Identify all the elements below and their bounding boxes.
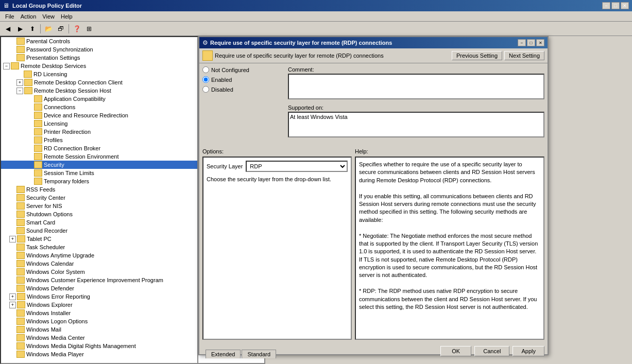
menu-action[interactable]: Action [18,13,40,20]
folder-icon [16,351,25,358]
toolbar-separator-1 [40,24,41,33]
right-area: Security Require use of specific securit… [198,36,632,364]
show-hide-button[interactable]: 📂 [43,23,54,34]
dialog-title-bar: ⚙ Require use of specific security layer… [199,37,548,48]
tree-item-smart-card[interactable]: Smart Card [1,218,197,227]
menu-view[interactable]: View [39,13,58,20]
tree-label: Windows Media Center [26,335,85,341]
tree-item-windows-error-reporting[interactable]: + Windows Error Reporting [1,292,197,301]
tree-item-presentation[interactable]: Presentation Settings [1,54,197,62]
tree-item-security-center[interactable]: Security Center [1,194,197,202]
expand-icon[interactable]: + [9,236,16,242]
filter-button[interactable]: ⊞ [83,23,95,34]
maximize-button[interactable]: □ [611,2,620,9]
tab-extended[interactable]: Extended [206,350,241,358]
cancel-button[interactable]: Cancel [474,346,509,356]
help-paragraph-4: * RDP: The RDP method uses native RDP en… [359,287,540,311]
menu-file[interactable]: File [2,13,18,20]
previous-setting-button[interactable]: Previous Setting [452,51,502,60]
tree-panel[interactable]: Parental Controls Password Synchronizati… [0,36,198,364]
close-button[interactable]: ✕ [621,2,629,9]
tree-label: Security [44,162,64,168]
comment-textarea[interactable] [288,74,544,99]
new-window-button[interactable]: 🗗 [55,23,66,34]
tree-item-rss-feeds[interactable]: RSS Feeds [1,185,197,194]
dialog-close-button[interactable]: ✕ [536,39,544,46]
tree-item-app-compat[interactable]: Application Compatibility [1,95,197,103]
tree-item-windows-customer-exp[interactable]: Windows Customer Experience Improvement … [1,276,197,284]
security-layer-select[interactable]: RDP Negotiate SSL (TLS 1.0) [246,161,348,172]
tree-item-windows-defender[interactable]: Windows Defender [1,284,197,292]
tree-item-device-redirection[interactable]: Device and Resource Redirection [1,111,197,119]
help-label: Help: [355,148,544,154]
minimize-button[interactable]: − [602,2,610,9]
tree-item-windows-logon-options[interactable]: Windows Logon Options [1,317,197,325]
expand-icon[interactable]: + [16,79,23,86]
up-button[interactable]: ⬆ [27,23,38,34]
radio-disabled-input[interactable] [202,86,209,93]
tree-item-windows-mail[interactable]: Windows Mail [1,325,197,334]
tree-item-tablet-pc[interactable]: + Tablet PC [1,235,197,243]
tree-item-windows-anytime[interactable]: Windows Anytime Upgrade [1,251,197,259]
tabs-bar: Extended Standard [202,350,280,358]
tree-label: Shutdown Options [26,211,73,217]
tree-item-sound-recorder[interactable]: Sound Recorder [1,227,197,235]
help-button[interactable]: ❓ [71,23,82,34]
tab-standard[interactable]: Standard [242,350,276,358]
tree-item-profiles[interactable]: Profiles [1,136,197,144]
tree-label: Connections [44,104,75,110]
tree-label: Remote Desktop Session Host [34,88,111,94]
forward-button[interactable]: ▶ [14,23,26,34]
tree-item-licensing[interactable]: Licensing [1,119,197,128]
folder-icon [16,202,25,210]
tree-item-security[interactable]: Security [1,161,197,169]
expand-icon[interactable]: + [9,293,16,300]
tree-label: Application Compatibility [44,96,106,102]
setting-dialog: ⚙ Require use of specific security layer… [198,36,549,355]
radio-enabled[interactable]: Enabled [202,76,285,83]
tree-item-parental-controls[interactable]: Parental Controls [1,37,197,45]
tree-item-rd-connection-client[interactable]: + Remote Desktop Connection Client [1,78,197,86]
radio-disabled[interactable]: Disabled [202,86,285,93]
expand-icon[interactable]: + [9,302,16,308]
tree-label: Windows Logon Options [26,318,88,324]
tree-item-windows-installer[interactable]: Windows Installer [1,309,197,317]
tree-item-session-time-limits[interactable]: Session Time Limits [1,169,197,177]
folder-icon [16,219,25,226]
dialog-maximize-button[interactable]: □ [527,39,535,46]
dialog-minimize-button[interactable]: − [518,39,526,46]
tree-item-server-nis[interactable]: Server for NIS [1,202,197,210]
tree-item-remote-desktop[interactable]: − Remote Desktop Services [1,62,197,70]
tree-item-windows-color-system[interactable]: Windows Color System [1,268,197,276]
tree-item-remote-session-env[interactable]: Remote Session Environment [1,152,197,161]
tree-item-rd-connection-broker[interactable]: RD Connection Broker [1,144,197,152]
tree-item-task-scheduler[interactable]: Task Scheduler [1,243,197,251]
apply-button[interactable]: Apply [513,346,544,356]
expand-icon[interactable]: − [3,63,10,70]
tree-item-windows-media-drm[interactable]: Windows Media Digital Rights Management [1,342,197,350]
tree-item-temporary-folders[interactable]: Temporary folders [1,177,197,185]
expand-icon[interactable]: − [16,88,23,94]
tree-label: Windows Media Player [26,351,84,357]
tree-item-windows-explorer[interactable]: + Windows Explorer [1,301,197,309]
tree-item-windows-media-center[interactable]: Windows Media Center [1,334,197,342]
tree-item-password-sync[interactable]: Password Synchronization [1,45,197,54]
folder-icon [34,112,42,119]
radio-not-configured-input[interactable] [202,66,209,73]
tree-label: Windows Media Digital Rights Management [26,343,136,349]
tree-item-rd-session-host[interactable]: − Remote Desktop Session Host [1,86,197,95]
tree-item-windows-media-player[interactable]: Windows Media Player [1,350,197,358]
radio-not-configured[interactable]: Not Configured [202,66,285,73]
radio-enabled-input[interactable] [202,76,209,83]
folder-icon [16,260,25,267]
tree-item-rd-licensing[interactable]: RD Licensing [1,70,197,78]
next-setting-button[interactable]: Next Setting [504,51,544,60]
ok-button[interactable]: OK [440,346,471,356]
tree-item-connections[interactable]: Connections [1,103,197,111]
tree-item-windows-calendar[interactable]: Windows Calendar [1,259,197,268]
menu-help[interactable]: Help [58,13,76,20]
tree-item-printer-redirection[interactable]: Printer Redirection [1,128,197,136]
tree-item-shutdown-options[interactable]: Shutdown Options [1,210,197,218]
back-button[interactable]: ◀ [2,23,13,34]
radio-enabled-label: Enabled [211,77,232,83]
